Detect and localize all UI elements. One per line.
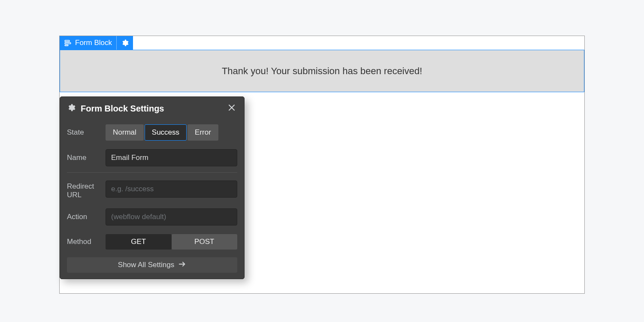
state-option-normal[interactable]: Normal	[106, 124, 144, 141]
method-label: Method	[67, 238, 100, 246]
state-row: State Normal Success Error	[67, 120, 237, 145]
arrow-right-icon	[178, 261, 186, 269]
show-all-settings-button[interactable]: Show All Settings	[67, 257, 237, 273]
name-label: Name	[67, 153, 100, 162]
form-block-icon	[64, 39, 72, 47]
popover-title: Form Block Settings	[81, 104, 221, 114]
element-selection-badge[interactable]: Form Block	[60, 36, 133, 50]
popover-header: Form Block Settings	[60, 97, 244, 119]
redirect-url-label: Redirect URL	[67, 179, 100, 200]
redirect-url-row: Redirect URL	[67, 175, 237, 204]
action-input[interactable]	[106, 208, 237, 226]
element-badge-label: Form Block	[75, 39, 112, 47]
method-row: Method GET POST	[67, 230, 237, 254]
element-badge-settings-button[interactable]	[117, 36, 133, 50]
gear-icon	[67, 103, 76, 114]
action-label: Action	[67, 213, 100, 221]
state-option-error[interactable]: Error	[187, 124, 218, 141]
state-segmented-control: Normal Success Error	[106, 124, 237, 141]
action-row: Action	[67, 204, 237, 230]
method-option-post[interactable]: POST	[172, 234, 238, 250]
state-option-success[interactable]: Success	[145, 124, 187, 141]
settings-divider	[67, 172, 237, 173]
success-message-text: Thank you! Your submission has been rece…	[222, 66, 422, 77]
gear-icon	[121, 39, 129, 47]
name-input[interactable]	[106, 149, 237, 166]
canvas-frame: Form Block Thank you! Your submission ha…	[59, 36, 585, 294]
state-label: State	[67, 128, 100, 137]
method-option-get[interactable]: GET	[106, 234, 172, 250]
redirect-url-input[interactable]	[106, 181, 237, 198]
name-row: Name	[67, 145, 237, 171]
element-badge-main[interactable]: Form Block	[60, 36, 116, 50]
svg-rect-2	[65, 45, 68, 46]
svg-rect-0	[65, 40, 70, 42]
svg-rect-1	[65, 42, 71, 44]
form-block-settings-popover: Form Block Settings State Normal Success…	[60, 96, 245, 279]
show-all-settings-label: Show All Settings	[118, 261, 174, 269]
method-segmented-control: GET POST	[106, 234, 237, 250]
close-button[interactable]	[226, 103, 237, 114]
close-icon	[228, 104, 235, 113]
form-success-state-panel[interactable]: Thank you! Your submission has been rece…	[60, 50, 584, 92]
